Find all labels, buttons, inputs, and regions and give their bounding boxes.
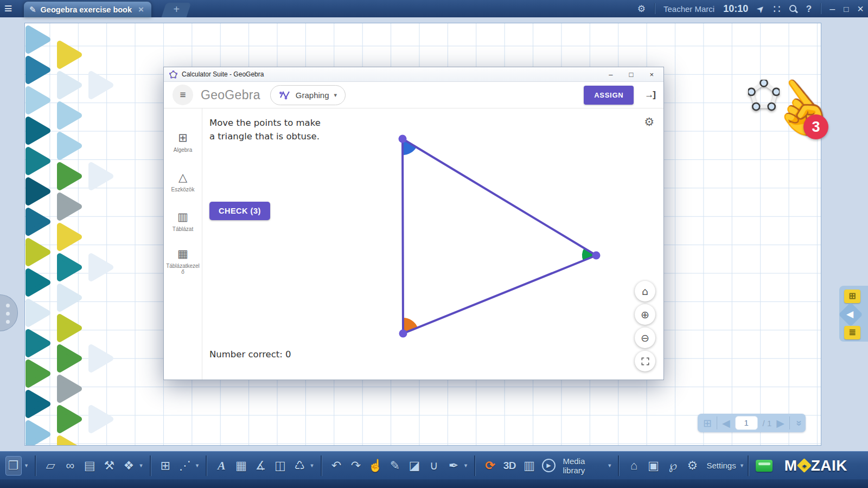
fill-button[interactable]: ∪ [426, 456, 442, 476]
rocket-icon[interactable]: ➤ [755, 3, 767, 15]
exercise-list-tab[interactable]: ≣ [844, 326, 860, 339]
exercise-editor-button[interactable]: ▥ [521, 456, 537, 476]
caret-icon[interactable]: ▾ [25, 462, 28, 469]
apps-grid-icon[interactable]: ∷ [773, 3, 780, 15]
page-number-input[interactable]: 1 [735, 416, 758, 430]
previous-page-icon[interactable]: ◀ [722, 418, 730, 428]
search-icon[interactable] [789, 5, 797, 13]
zoom-in-button[interactable]: ⊕ [635, 304, 655, 325]
help-icon[interactable]: ? [806, 4, 812, 14]
app-restore-button[interactable]: □ [844, 4, 848, 14]
geogebra-canvas[interactable]: Move the points to make a triangle that … [202, 108, 663, 380]
hand-tool-button[interactable]: ☝ [368, 456, 383, 476]
mode-dropdown[interactable]: Graphing ▾ [270, 85, 346, 105]
geogebra-header: ≡ GeoGebra Graphing ▾ ASSIGN →] [164, 82, 663, 108]
divider [717, 416, 717, 429]
segment-tool-button[interactable]: ⋰ [177, 456, 193, 476]
caret-icon[interactable]: ▾ [196, 462, 199, 469]
menu-icon: ≡ [180, 89, 186, 101]
segment-icon: ⋰ [179, 460, 191, 472]
tools-button[interactable]: ⚒ [101, 456, 117, 476]
window-maximize-button[interactable]: □ [629, 71, 634, 78]
vertex-point-top[interactable] [399, 135, 407, 143]
home-icon: ⌂ [642, 285, 648, 297]
sync-settings-icon[interactable]: ⚙ [637, 4, 646, 14]
app-close-button[interactable]: × [857, 3, 864, 15]
new-tab-button[interactable]: + [162, 3, 192, 17]
fullscreen-button[interactable] [635, 351, 655, 371]
assign-button[interactable]: ASSIGN [584, 86, 634, 105]
caret-icon[interactable]: ▾ [741, 462, 744, 469]
side-panel-handle[interactable] [0, 294, 18, 331]
homework-button[interactable]: ⌂ [626, 456, 641, 476]
mozaik-diamond-icon: ◂▸ [797, 458, 812, 473]
caret-icon[interactable]: ▾ [464, 462, 468, 469]
delete-button[interactable]: ♺ [292, 456, 307, 476]
keyboard-button[interactable] [756, 460, 773, 472]
table-tool-button[interactable]: ▦ [233, 456, 248, 476]
brushes-button[interactable]: ✒ [446, 456, 461, 476]
geogebra-titlebar[interactable]: Calculator Suite - GeoGebra – □ × [164, 67, 663, 82]
education-button[interactable]: ▱ [43, 456, 58, 476]
undo-button[interactable]: ↶ [329, 456, 344, 476]
sidebar-item-spreadsheet[interactable]: ▦ Táblázatkezelő [164, 243, 202, 278]
text-tool-button[interactable]: A [214, 456, 229, 476]
camera-icon: ▣ [648, 460, 659, 472]
mode-label: Graphing [296, 91, 329, 100]
fullscreen-icon [641, 357, 650, 366]
collapse-arrow-icon[interactable]: ◀ [846, 309, 853, 320]
3d-scenes-button[interactable]: 3D [502, 456, 517, 476]
triangle-edges[interactable] [403, 139, 596, 333]
caret-icon[interactable]: ▾ [139, 462, 143, 469]
vertex-point-right[interactable] [592, 252, 601, 260]
exercise-sheet-button[interactable]: ▤ [82, 456, 97, 476]
geogebra-menu-button[interactable]: ≡ [173, 85, 193, 105]
geometry-tool-button[interactable]: ∡ [253, 456, 268, 476]
plus-icon: + [164, 3, 189, 16]
add-page-button[interactable]: ⊞ [158, 456, 173, 476]
window-close-button[interactable]: × [649, 71, 654, 78]
settings-gear-button[interactable]: ⚙ [685, 456, 700, 476]
attachment-button[interactable]: ℘ [665, 456, 680, 476]
page-navigation: ⊞ ◀ 1 / 1 ▶ « [698, 414, 806, 432]
layers-button[interactable]: ❖ [121, 456, 136, 476]
toolbar-divider [748, 455, 749, 476]
main-menu-icon[interactable]: ≡ [4, 1, 12, 16]
spreadsheet-icon: ▦ [177, 247, 188, 260]
marker-button[interactable]: ✎ [387, 456, 403, 476]
geogebra-brand: GeoGebra [201, 88, 260, 102]
next-page-icon[interactable]: ▶ [776, 418, 784, 428]
window-minimize-button[interactable]: – [609, 71, 612, 78]
toolbar-divider [206, 455, 207, 476]
hammer-icon: ⚒ [104, 460, 114, 472]
zoom-out-button[interactable]: ⊖ [635, 328, 655, 348]
right-tool-strip: ⊞ ◀ ≣ [839, 286, 868, 342]
media-insert-button[interactable]: ◫ [272, 456, 288, 476]
media-library-dropdown[interactable]: Media library [563, 457, 604, 475]
snapshot-button[interactable]: ▣ [646, 456, 661, 476]
mozaweb-button[interactable]: ⟳ [482, 456, 497, 476]
caret-icon[interactable]: ▾ [310, 462, 314, 469]
graduation-cap-icon: ▱ [46, 460, 55, 472]
mozaik-logo-rest: ZAIK [811, 457, 847, 474]
sidebar-item-algebra[interactable]: ⊞ Algebra [164, 125, 202, 159]
play-media-button[interactable]: ▶ [541, 456, 556, 476]
add-page-icon[interactable]: ⊞ [703, 418, 712, 428]
tab-close-icon[interactable]: × [138, 4, 144, 15]
last-page-icon[interactable]: « [793, 420, 803, 426]
add-page-tab[interactable]: ⊞ [844, 290, 860, 303]
open-book-button[interactable]: ❐ [5, 456, 22, 476]
home-view-button[interactable]: ⌂ [635, 281, 655, 301]
sidebar-item-table[interactable]: ▥ Táblázat [164, 204, 202, 239]
settings-dropdown[interactable]: Settings [706, 461, 736, 470]
redo-button[interactable]: ↷ [348, 456, 363, 476]
trash-icon: ♺ [294, 460, 305, 472]
caret-icon[interactable]: ▾ [608, 462, 611, 469]
vertex-point-bottom[interactable] [399, 330, 407, 338]
sign-in-icon[interactable]: →] [644, 89, 655, 100]
sidebar-item-tools[interactable]: △ Eszközök [164, 164, 202, 199]
eraser-button[interactable]: ◪ [407, 456, 422, 476]
media-search-button[interactable]: ∞ [62, 456, 78, 476]
app-minimize-button[interactable]: – [829, 3, 835, 15]
document-tab[interactable]: ✎ Geogebra exercise book × [24, 2, 151, 17]
